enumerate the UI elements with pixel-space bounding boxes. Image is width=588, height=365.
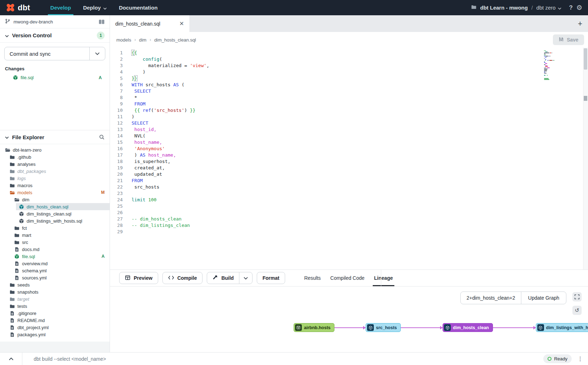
tree-item-README.md[interactable]: README.md [0, 317, 110, 324]
line-number: 12 [110, 120, 123, 126]
tree-item-dim[interactable]: dim [0, 196, 110, 203]
update-graph-button[interactable]: Update Graph [521, 292, 566, 304]
tree-item-dim_listings_with_hosts.sql[interactable]: dim_listings_with_hosts.sql [0, 217, 110, 224]
tree-item-dbt_packages[interactable]: dbt_packages [0, 168, 110, 175]
folder-icon [10, 304, 15, 309]
tree-item-dbt_project.yml[interactable]: dbt_project.yml [0, 324, 110, 331]
nav-item-develop[interactable]: Develop [44, 0, 77, 15]
lineage-node-airbnb.hosts[interactable]: airbnb.hosts [294, 323, 334, 332]
compile-button[interactable]: Compile [162, 272, 203, 284]
tree-item-snapshots[interactable]: snapshots [0, 288, 110, 295]
code-line: 12SELECT [110, 120, 588, 126]
model-cube-icon [367, 324, 374, 331]
nav-item-documentation[interactable]: Documentation [113, 0, 163, 15]
fullscreen-icon[interactable] [572, 292, 582, 301]
panels-icon[interactable] [99, 19, 105, 24]
reset-view-icon[interactable]: ↺ [572, 306, 582, 315]
code-line: 26 [110, 209, 588, 216]
environment-selector[interactable]: dbt zero [536, 5, 561, 11]
tree-item-logs[interactable]: logs [0, 175, 110, 182]
commit-options-button[interactable] [89, 47, 105, 60]
lineage-node-dim_listings_with_hosts[interactable]: dim_listings_with_hosts [536, 323, 588, 332]
tree-item-tests[interactable]: tests [0, 303, 110, 310]
tree-item-sources.yml[interactable]: sources.yml [0, 274, 110, 281]
lineage-selector-input[interactable]: 2+dim_hosts_clean+2 [460, 292, 521, 304]
editor-tab-active[interactable]: dim_hosts_clean.sql ✕ [110, 15, 189, 32]
tree-item-docs.md[interactable]: docs.md [0, 246, 110, 253]
top-navbar: dbt Develop Deploy Documentation dbt Lea… [0, 0, 588, 15]
save-button[interactable]: Save [553, 34, 584, 45]
sidebar-footer [0, 342, 110, 352]
tree-item-macros[interactable]: macros [0, 182, 110, 189]
tree-item-dim_hosts_clean.sql[interactable]: dim_hosts_clean.sql [16, 203, 110, 210]
gear-icon[interactable]: ⚙ [576, 4, 582, 11]
tree-item-seeds[interactable]: seeds [0, 281, 110, 288]
dbt-logo-icon[interactable] [6, 3, 15, 12]
command-input[interactable]: dbt build --select <model_name> [34, 356, 106, 362]
tree-item-.github[interactable]: .github [0, 153, 110, 160]
nav-item-deploy[interactable]: Deploy [77, 0, 113, 15]
changes-label: Changes [5, 66, 105, 71]
new-tab-plus-icon[interactable]: + [578, 19, 582, 28]
tree-item-label: tests [17, 304, 27, 309]
help-icon[interactable]: ? [569, 4, 573, 11]
code-line: 1{{ [110, 50, 588, 56]
search-icon[interactable] [99, 134, 105, 140]
tree-item-file.sql[interactable]: file.sqlA [0, 253, 110, 260]
changed-file-name: file.sql [21, 75, 34, 80]
tree-item-models[interactable]: modelsM [0, 189, 110, 196]
lineage-node-label: src_hosts [376, 325, 397, 330]
code-editor[interactable]: 1{{2 config(3 materialized = 'view',4 )5… [110, 48, 588, 269]
chevron-up-icon[interactable] [0, 353, 22, 365]
breadcrumb-dim[interactable]: dim [139, 37, 146, 43]
branch-name: mwong-dev-branch [13, 19, 53, 24]
tab-results[interactable]: Results [304, 270, 321, 286]
version-control-header[interactable]: Version Control 1 [0, 28, 110, 43]
tree-item-.gitignore[interactable]: .gitignore [0, 310, 110, 317]
file-explorer-header[interactable]: File Explorer [0, 130, 110, 144]
project-name[interactable]: dbt Learn - mwong [480, 5, 528, 11]
tree-item-dbt-learn-zero[interactable]: dbt-learn-zero [0, 146, 110, 153]
tree-item-label: mart [22, 233, 31, 238]
tree-item-target[interactable]: target [0, 295, 110, 303]
kebab-menu-icon[interactable]: ⋮ [577, 355, 583, 362]
code-line: 10 {{ ref('src_hosts') }} [110, 107, 588, 114]
line-number: 9 [110, 101, 123, 107]
code-line: 9 FROM [110, 101, 588, 107]
tree-item-src[interactable]: src [0, 239, 110, 246]
build-button[interactable]: Build [207, 272, 239, 284]
line-number: 24 [110, 197, 123, 203]
tree-item-overview.md[interactable]: overview.md [0, 260, 110, 267]
tree-item-dim_listings_clean.sql[interactable]: dim_listings_clean.sql [0, 210, 110, 217]
lineage-node-src_hosts[interactable]: src_hosts [366, 323, 401, 332]
tree-item-packages.yml[interactable]: packages.yml [0, 331, 110, 338]
main-panel: dim_hosts_clean.sql ✕ + models › dim › d… [110, 15, 588, 352]
file-icon [14, 268, 20, 273]
commit-and-sync-button[interactable]: Commit and sync [5, 47, 89, 60]
tree-item-schema.yml[interactable]: schema.yml [0, 267, 110, 274]
main-nav: Develop Deploy Documentation [44, 0, 164, 15]
changed-file-row[interactable]: file.sql A [4, 74, 105, 81]
scrollbar-thumb[interactable] [584, 48, 587, 70]
tree-item-label: dim_listings_clean.sql [27, 211, 71, 217]
tree-item-analyses[interactable]: analyses [0, 160, 110, 168]
preview-button[interactable]: Preview [119, 272, 158, 284]
status-badge[interactable]: Ready [543, 354, 572, 363]
tree-item-fct[interactable]: fct [0, 224, 110, 231]
tab-compiled-code[interactable]: Compiled Code [330, 270, 365, 286]
editor-scrollbar[interactable] [583, 48, 588, 269]
folder-icon [10, 169, 15, 174]
tree-item-label: snapshots [17, 289, 38, 295]
build-options-button[interactable] [239, 272, 253, 284]
lineage-node-dim_hosts_clean[interactable]: dim_hosts_clean [443, 323, 493, 332]
folder-icon [10, 162, 15, 167]
close-icon[interactable]: ✕ [179, 20, 184, 27]
tab-lineage[interactable]: Lineage [374, 270, 393, 286]
tree-item-mart[interactable]: mart [0, 231, 110, 239]
breadcrumb-file[interactable]: dim_hosts_clean.sql [154, 37, 196, 43]
dbt-cloud-ide: dbt Develop Deploy Documentation dbt Lea… [0, 0, 588, 365]
format-button[interactable]: Format [257, 272, 285, 284]
line-number: 14 [110, 133, 123, 139]
minimap[interactable] [544, 50, 572, 81]
breadcrumb-models[interactable]: models [116, 37, 131, 43]
